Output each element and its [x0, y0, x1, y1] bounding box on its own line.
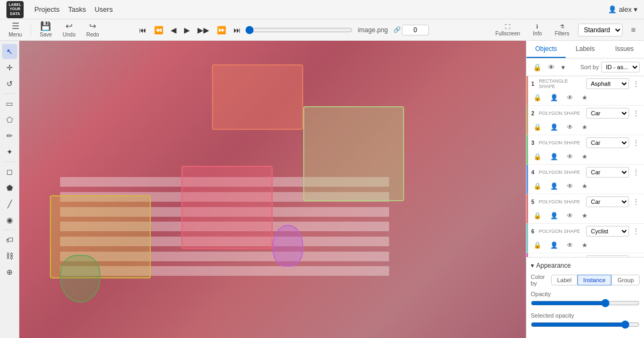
eye-icon-3[interactable]: 👁	[565, 152, 575, 161]
chevron-all-button[interactable]: ▾	[559, 62, 567, 72]
eye-icon-2[interactable]: 👁	[565, 122, 575, 132]
tab-objects[interactable]: Objects	[526, 41, 566, 58]
next-fast-button[interactable]: ⏩	[214, 24, 229, 36]
prev-fast-button[interactable]: ⏪	[151, 24, 166, 36]
annotation-cyclist[interactable]	[60, 255, 101, 303]
object-label-select-4[interactable]: CarAsphaltCyclist	[586, 167, 629, 178]
person-icon-2[interactable]: 👤	[548, 122, 560, 132]
smart-tool[interactable]: ✦	[2, 144, 17, 159]
person-icon-5[interactable]: 👤	[548, 211, 560, 221]
lock-icon-4[interactable]: 🔒	[531, 181, 544, 191]
filters-button[interactable]: ⚗ Filters	[551, 21, 574, 39]
nav-tasks[interactable]: Tasks	[68, 5, 86, 13]
tag-tool[interactable]: 🏷	[2, 232, 17, 247]
lock-all-button[interactable]: 🔒	[531, 62, 544, 72]
rotate-tool[interactable]: ↺	[2, 76, 17, 91]
lock-icon-3[interactable]: 🔒	[531, 152, 544, 161]
star-icon-5[interactable]: ★	[580, 211, 590, 221]
nav-users[interactable]: Users	[94, 5, 113, 13]
line-tool[interactable]: ╱	[2, 196, 17, 211]
object-label-select-2[interactable]: CarAsphaltCyclist	[586, 108, 629, 119]
link-icon: 🔗	[393, 26, 401, 33]
object-menu-1[interactable]: ⋮	[631, 79, 641, 88]
redo-button[interactable]: ↪ Redo	[82, 20, 104, 40]
star-icon-3[interactable]: ★	[580, 152, 590, 161]
annotation-car-1[interactable]	[212, 64, 303, 130]
opacity-row: Opacity	[531, 291, 640, 309]
tool-sep-3	[4, 230, 15, 230]
appearance-header[interactable]: ▾ Appearance	[531, 262, 640, 269]
star-icon-2[interactable]: ★	[580, 122, 590, 132]
object-header-3: 3 POLYGON SHAPE CarAsphaltCyclist ⋮	[528, 135, 644, 150]
object-label-select-5[interactable]: CarAsphaltCyclist	[586, 196, 629, 207]
object-menu-4[interactable]: ⋮	[631, 168, 641, 177]
person-icon-6[interactable]: 👤	[548, 240, 560, 250]
annotation-car-2[interactable]	[303, 106, 405, 201]
view-mode-select[interactable]: Standard Dark Light	[578, 24, 623, 36]
shape-tool[interactable]: ◻	[2, 164, 17, 179]
object-menu-3[interactable]: ⋮	[631, 138, 641, 147]
object-item-1: 1 RECTANGLE SHAPE AsphaltCarCyclist ⋮ 🔒 …	[526, 76, 644, 106]
tab-labels[interactable]: Labels	[566, 41, 605, 58]
prev-frame-button[interactable]: ◀	[167, 24, 180, 36]
first-frame-button[interactable]: ⏮	[136, 24, 150, 36]
object-label-select-3[interactable]: CarAsphaltCyclist	[586, 137, 629, 148]
eye-icon-6[interactable]: 👁	[565, 240, 575, 250]
person-icon-4[interactable]: 👤	[548, 181, 560, 191]
tab-issues[interactable]: Issues	[605, 41, 644, 58]
last-frame-button[interactable]: ⏭	[230, 24, 244, 36]
object-label-select-1[interactable]: AsphaltCarCyclist	[586, 78, 629, 89]
star-icon-6[interactable]: ★	[580, 240, 590, 250]
eye-icon-5[interactable]: 👁	[565, 211, 575, 221]
lock-icon-1[interactable]: 🔒	[531, 93, 544, 102]
cursor-tool[interactable]: ↖	[2, 44, 17, 59]
rectangle-tool[interactable]: ▭	[2, 96, 17, 111]
color-by-label-button[interactable]: Label	[551, 275, 577, 285]
annotation-car-3[interactable]	[181, 166, 273, 249]
star-icon-1[interactable]: ★	[580, 93, 590, 102]
link-tool[interactable]: ⛓	[2, 248, 17, 263]
color-by-instance-button[interactable]: Instance	[577, 275, 612, 285]
zoom-tool[interactable]: ⊕	[2, 264, 17, 280]
info-button[interactable]: ℹ Info	[529, 21, 546, 39]
selected-opacity-slider[interactable]	[531, 320, 640, 329]
menu-button[interactable]: ☰ Menu	[4, 20, 26, 40]
brush-tool[interactable]: ✏	[2, 128, 17, 143]
star-icon-4[interactable]: ★	[580, 181, 590, 191]
node-tool[interactable]: ◉	[2, 212, 17, 227]
fullscreen-button[interactable]: ⛶ Fullscreen	[491, 21, 524, 39]
tool-sep-2	[4, 161, 15, 162]
eye-icon-4[interactable]: 👁	[565, 181, 575, 191]
person-icon-3[interactable]: 👤	[548, 152, 560, 161]
lock-icon-6[interactable]: 🔒	[531, 240, 544, 250]
next-frame-button[interactable]: ▶▶	[194, 24, 213, 36]
pentagon-tool[interactable]: ⬟	[2, 180, 17, 195]
lock-icon-2[interactable]: 🔒	[531, 122, 544, 132]
object-controls-2: 🔒 👤 👁 ★	[528, 121, 644, 135]
nav-projects[interactable]: Projects	[34, 5, 60, 13]
eye-all-button[interactable]: 👁	[546, 62, 557, 72]
progress-slider[interactable]	[245, 26, 353, 34]
polygon-tool[interactable]: ⬠	[2, 112, 17, 127]
view-controls: ⛶ Fullscreen ℹ Info ⚗ Filters Standard D…	[491, 21, 640, 39]
canvas-area[interactable]	[19, 41, 526, 338]
user-menu[interactable]: 👤 alex ▾	[608, 5, 638, 13]
object-label-select-6[interactable]: CyclistCarAsphalt	[586, 226, 629, 237]
object-controls-6: 🔒 👤 👁 ★	[528, 239, 644, 253]
sort-select[interactable]: ID - as... Label	[601, 62, 640, 72]
frame-input[interactable]	[402, 25, 429, 35]
annotation-pedestrian[interactable]	[273, 225, 303, 267]
object-menu-2[interactable]: ⋮	[631, 109, 641, 117]
color-by-group-button[interactable]: Group	[611, 275, 640, 285]
panel-toggle-button[interactable]: ⊞	[627, 25, 640, 35]
lock-icon-5[interactable]: 🔒	[531, 211, 544, 221]
save-button[interactable]: 💾 Save	[35, 20, 56, 40]
move-tool[interactable]: ✛	[2, 60, 17, 75]
undo-button[interactable]: ↩ Undo	[58, 20, 80, 40]
opacity-slider[interactable]	[531, 299, 640, 307]
object-menu-6[interactable]: ⋮	[631, 227, 641, 236]
person-icon-1[interactable]: 👤	[548, 93, 560, 102]
play-button[interactable]: ▶	[181, 24, 193, 36]
object-menu-5[interactable]: ⋮	[631, 197, 641, 206]
eye-icon-1[interactable]: 👁	[565, 93, 575, 102]
